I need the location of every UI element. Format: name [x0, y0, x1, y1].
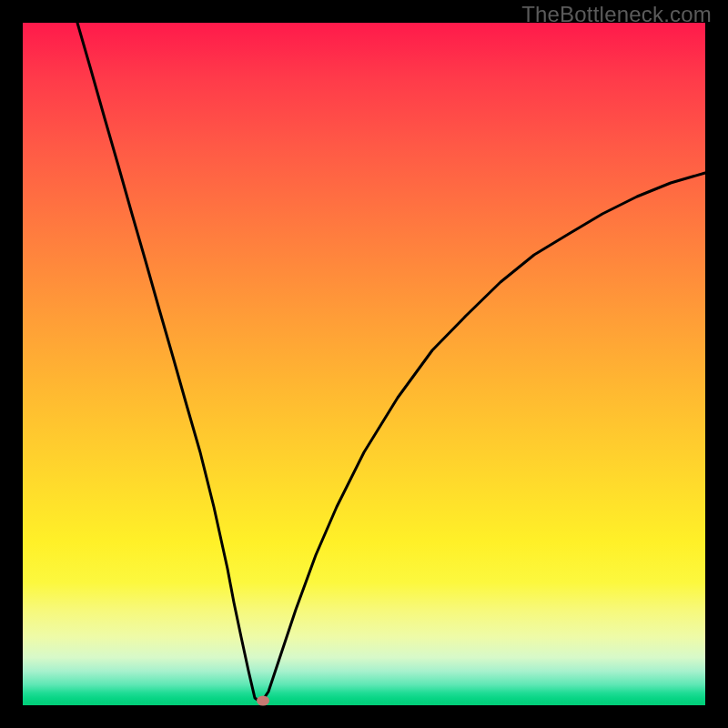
- chart-frame: TheBottleneck.com: [0, 0, 728, 728]
- plot-area: [23, 23, 705, 705]
- curve-svg: [23, 23, 705, 705]
- bottleneck-curve-path: [77, 23, 705, 703]
- minimum-marker: [257, 696, 269, 706]
